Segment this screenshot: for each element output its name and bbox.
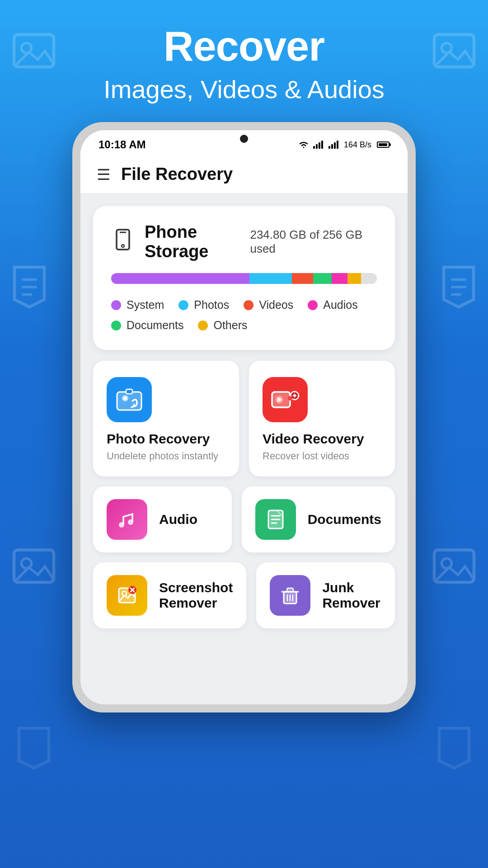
video-recovery-card[interactable]: Video Recovery Recover lost videos xyxy=(249,361,395,476)
storage-title: Phone Storage xyxy=(145,222,250,261)
storage-usage: 234.80 GB of 256 GB used xyxy=(250,228,377,256)
feature-cards-row: Photo Recovery Undelete photos instantly xyxy=(93,361,395,476)
legend-documents: Documents xyxy=(111,319,183,332)
documents-card[interactable]: Documents xyxy=(242,486,395,552)
legend-dot-audios xyxy=(308,300,318,310)
svg-rect-21 xyxy=(126,389,132,394)
signal-icon xyxy=(313,141,323,149)
svg-rect-17 xyxy=(117,392,141,410)
svg-rect-10 xyxy=(14,550,54,583)
svg-point-32 xyxy=(288,396,292,401)
legend-label-photos: Photos xyxy=(194,298,229,311)
legend-label-others: Others xyxy=(213,319,247,332)
pb-free xyxy=(361,273,377,284)
legend-dot-photos xyxy=(178,300,188,310)
storage-progress-bar xyxy=(111,273,377,284)
screenshot-remover-title: ScreenshotRemover xyxy=(159,580,233,611)
tools-row-1: Audio D xyxy=(93,486,395,552)
legend-label-system: System xyxy=(127,298,164,311)
storage-phone-icon xyxy=(111,228,135,256)
legend-system: System xyxy=(111,298,164,311)
svg-point-11 xyxy=(22,558,32,568)
video-recovery-title: Video Recovery xyxy=(263,431,381,447)
pb-system xyxy=(111,273,249,284)
status-bar: 10:18 AM xyxy=(80,130,408,156)
pb-photos xyxy=(249,273,292,284)
photo-recovery-sub: Undelete photos instantly xyxy=(107,450,225,462)
svg-point-13 xyxy=(442,558,452,568)
screenshot-remover-icon xyxy=(107,575,147,616)
legend-label-documents: Documents xyxy=(127,319,183,332)
video-recovery-sub: Recover lost videos xyxy=(263,450,381,462)
pb-videos xyxy=(292,273,313,284)
svg-point-35 xyxy=(128,519,133,525)
svg-rect-12 xyxy=(434,550,474,583)
pb-others xyxy=(347,273,361,284)
svg-point-34 xyxy=(119,522,124,528)
phone-frame: 10:18 AM xyxy=(72,122,416,712)
legend-dot-others xyxy=(198,321,208,330)
documents-icon xyxy=(255,499,296,540)
header-section: Recover Images, Videos & Audios xyxy=(0,23,488,104)
svg-rect-47 xyxy=(287,588,293,592)
photo-recovery-icon xyxy=(107,377,152,422)
photo-recovery-card[interactable]: Photo Recovery Undelete photos instantly xyxy=(93,361,239,476)
phone-content: Phone Storage 234.80 GB of 256 GB used xyxy=(80,193,408,704)
audio-card[interactable]: Audio xyxy=(93,486,232,552)
legend-others: Others xyxy=(198,319,247,332)
phone-mockup: 10:18 AM xyxy=(72,122,416,712)
app-bar-title: File Recovery xyxy=(121,165,233,184)
legend-dot-system xyxy=(111,300,121,310)
legend-label-audios: Audios xyxy=(323,298,357,311)
svg-point-16 xyxy=(122,245,124,247)
header-subtitle: Images, Videos & Audios xyxy=(0,75,488,104)
legend-audios: Audios xyxy=(308,298,357,311)
junk-remover-card[interactable]: JunkRemover xyxy=(256,562,395,628)
phone-inner: 10:18 AM xyxy=(80,130,408,704)
storage-left: Phone Storage xyxy=(111,222,250,261)
legend-dot-documents xyxy=(111,321,121,330)
junk-remover-icon xyxy=(270,575,310,616)
pb-docs xyxy=(332,273,347,284)
legend-dot-videos xyxy=(244,300,253,310)
tools-row-2: ScreenshotRemover xyxy=(93,562,395,628)
app-bar: ☰ File Recovery xyxy=(80,156,408,193)
header-title: Recover xyxy=(0,23,488,70)
screenshot-remover-card[interactable]: ScreenshotRemover xyxy=(93,562,246,628)
battery-icon xyxy=(377,142,389,148)
status-time: 10:18 AM xyxy=(99,138,145,151)
legend-videos: Videos xyxy=(244,298,293,311)
legend-photos: Photos xyxy=(178,298,229,311)
network-icon xyxy=(328,141,338,149)
photo-recovery-title: Photo Recovery xyxy=(107,431,225,447)
storage-header: Phone Storage 234.80 GB of 256 GB used xyxy=(111,222,377,261)
network-speed: 164 B/s xyxy=(344,140,371,150)
audio-icon xyxy=(107,499,147,540)
legend-label-videos: Videos xyxy=(259,298,293,311)
storage-card: Phone Storage 234.80 GB of 256 GB used xyxy=(93,206,395,350)
wifi-icon xyxy=(298,140,310,149)
junk-remover-title: JunkRemover xyxy=(322,580,380,611)
video-recovery-icon xyxy=(263,377,308,422)
svg-point-20 xyxy=(123,396,127,400)
documents-title: Documents xyxy=(308,512,381,527)
audio-title: Audio xyxy=(159,512,197,527)
storage-legend: System Photos Videos Audios xyxy=(111,298,377,332)
status-icons: 164 B/s xyxy=(298,140,389,150)
menu-icon[interactable]: ☰ xyxy=(97,165,110,184)
pb-audio xyxy=(313,273,332,284)
